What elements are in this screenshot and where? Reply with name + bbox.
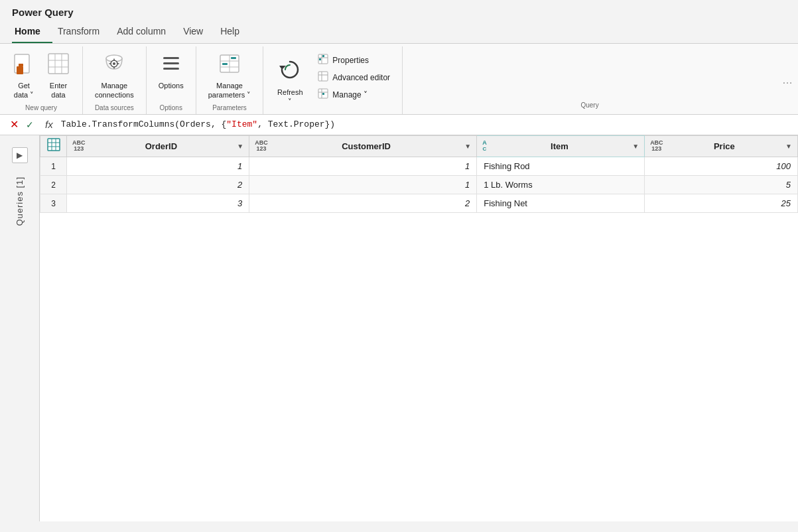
table-icon-cell[interactable] [40,135,67,157]
fx-label: fx [45,119,53,130]
manage-parameters-button[interactable]: Manageparameters ˅ [203,49,257,103]
get-data-label: Getdata ˅ [14,81,34,100]
properties-icon [318,54,328,67]
svg-rect-2 [19,64,23,66]
manage-connections-button[interactable]: Manageconnections [90,49,139,103]
data-sources-group-label: Data sources [90,103,139,114]
item-col-label: Item [490,141,630,151]
tab-transform[interactable]: Transform [55,21,111,43]
row1-price: 100 [645,157,798,176]
options-label: Options [159,81,184,90]
query-group-label-bottom: Query [403,100,777,111]
manage-button[interactable]: Manage ˅ [312,86,395,103]
tab-help[interactable]: Help [218,21,251,43]
ribbon-group-new-query: Getdata ˅ Enterdata New query [0,46,83,114]
order-id-col-label: OrderID [88,141,235,151]
formula-bar-buttons: ✕ ✓ [7,117,37,132]
refresh-button[interactable]: Refresh˅ [270,54,310,109]
row-num-2: 2 [40,176,67,194]
col-header-price[interactable]: ABC123 Price ▼ [645,135,798,157]
row3-order-id: 3 [67,194,249,213]
col-header-order-id[interactable]: ABC123 OrderID ▼ [67,135,249,157]
row2-item: 1 Lb. Worms [477,176,645,194]
svg-rect-32 [322,93,324,95]
svg-rect-19 [231,57,236,59]
svg-point-10 [113,62,115,65]
manage-parameters-icon [218,52,241,79]
formula-input[interactable]: Table.TransformColumns(Orders, {"Item", … [61,119,791,129]
row1-item: Fishing Rod [477,157,645,176]
formula-confirm-button[interactable]: ✓ [23,117,37,132]
manage-connections-icon [102,52,126,79]
table-row: 1 1 1 Fishing Rod 100 [40,157,798,176]
table-row: 2 2 1 1 Lb. Worms 5 [40,176,798,194]
advanced-editor-icon [318,71,328,84]
customer-id-dropdown-icon[interactable]: ▼ [464,143,471,150]
row1-order-id: 1 [67,157,249,176]
row3-item: Fishing Net [477,194,645,213]
svg-rect-3 [48,54,68,74]
queries-panel-label: Queries [1] [15,176,25,226]
svg-rect-11 [163,57,179,59]
row2-customer-id: 1 [249,176,477,194]
get-data-button[interactable]: Getdata ˅ [7,49,41,103]
order-id-type-icon: ABC123 [72,140,86,153]
get-data-icon [12,52,36,79]
customer-id-type-icon: ABC123 [255,140,268,153]
item-dropdown-icon[interactable]: ▼ [632,143,639,150]
price-col-label: Price [666,141,783,151]
col-header-item[interactable]: AC Item ▼ [477,135,645,157]
price-dropdown-icon[interactable]: ▼ [785,143,792,150]
options-button[interactable]: Options [153,49,189,93]
tab-home[interactable]: Home [12,21,52,43]
data-table: ABC123 OrderID ▼ ABC123 CustomerID ▼ [40,135,798,214]
enter-data-button[interactable]: Enterdata [41,49,76,103]
ribbon-group-options: Options Options [147,46,196,114]
ribbon-group-parameters: Manageparameters ˅ Parameters [196,46,264,114]
query-right-buttons: Properties Advanced editor [312,49,395,106]
manage-parameters-label: Manageparameters ˅ [208,81,251,100]
main-area: ▶ Queries [1] [0,135,798,521]
parameters-group-label: Parameters [203,103,257,114]
svg-rect-25 [322,55,324,57]
svg-rect-1 [17,66,23,74]
data-area: ABC123 OrderID ▼ ABC123 CustomerID ▼ [40,135,798,521]
price-type-icon: ABC123 [650,140,663,153]
options-icon [159,52,183,79]
formula-text: Table.TransformColumns(Orders, {"Item", … [61,119,335,129]
table-row: 3 3 2 Fishing Net 25 [40,194,798,213]
refresh-label: Refresh˅ [277,88,303,107]
order-id-dropdown-icon[interactable]: ▼ [237,143,243,150]
manage-label: Manage ˅ [332,90,367,100]
table-grid-icon [47,142,60,153]
svg-rect-18 [222,63,228,65]
tab-add-column[interactable]: Add column [114,21,178,43]
row2-order-id: 2 [67,176,249,194]
formula-cancel-button[interactable]: ✕ [7,117,21,132]
advanced-editor-label: Advanced editor [332,73,390,82]
row-num-3: 3 [40,194,67,213]
customer-id-col-label: CustomerID [271,141,462,151]
col-header-customer-id[interactable]: ABC123 CustomerID ▼ [249,135,477,157]
properties-button[interactable]: Properties [312,52,395,69]
formula-bar: ✕ ✓ fx Table.TransformColumns(Orders, {"… [0,115,798,135]
manage-icon [318,88,328,101]
row2-price: 5 [645,176,798,194]
advanced-editor-button[interactable]: Advanced editor [312,69,395,86]
app-title: Power Query [12,7,74,18]
svg-rect-26 [318,72,328,81]
options-group-label: Options [153,103,189,114]
refresh-icon [277,57,302,86]
tab-view[interactable]: View [180,21,215,43]
collapse-queries-button[interactable]: ▶ [12,147,28,163]
new-query-group-label: New query [7,103,76,114]
svg-rect-33 [48,139,60,151]
ribbon-more-button[interactable]: … [777,46,798,114]
ribbon-group-data-sources: Manageconnections Data sources [83,46,147,114]
manage-connections-label: Manageconnections [95,81,134,100]
enter-data-label: Enterdata [50,81,67,100]
title-bar: Power Query [0,0,798,18]
table-header-row: ABC123 OrderID ▼ ABC123 CustomerID ▼ [40,135,798,157]
queries-panel: ▶ Queries [1] [0,135,40,521]
row-num-1: 1 [40,157,67,176]
